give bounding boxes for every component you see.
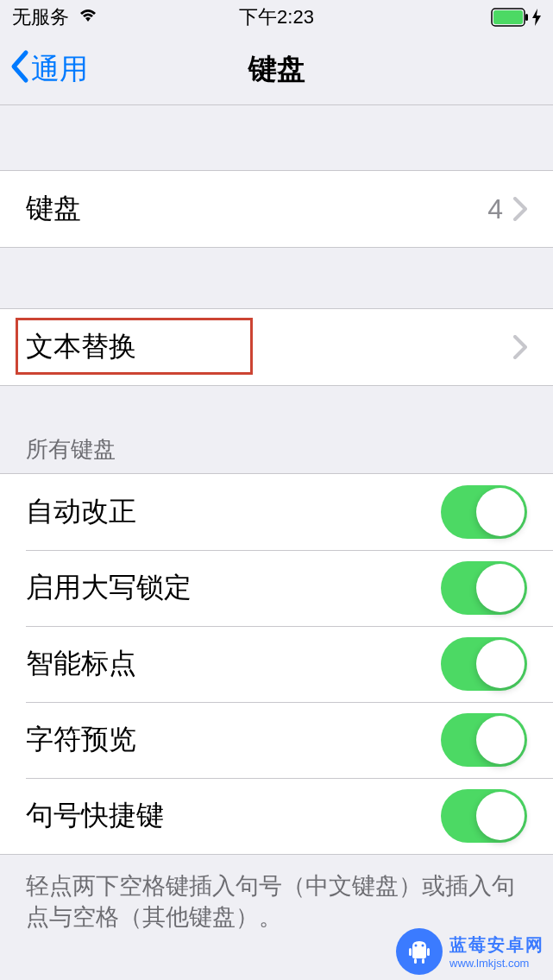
svg-rect-1 (493, 10, 523, 24)
svg-point-3 (415, 945, 418, 947)
cell-label: 智能标点 (26, 645, 441, 683)
toggle-switch[interactable] (441, 789, 527, 843)
section-header-all-keyboards: 所有键盘 (0, 386, 553, 473)
toggles-group: 自动改正 启用大写锁定 智能标点 字符预览 句号快捷键 (0, 473, 553, 855)
toggle-switch[interactable] (441, 485, 527, 539)
svg-rect-5 (409, 948, 412, 956)
toggle-knob (476, 488, 525, 536)
toggle-caps-lock: 启用大写锁定 (0, 550, 553, 626)
svg-point-4 (422, 945, 424, 947)
chevron-left-icon (9, 49, 31, 91)
section-gap (0, 105, 553, 170)
carrier-text: 无服务 (12, 4, 69, 30)
watermark-title: 蓝莓安卓网 (449, 933, 544, 957)
svg-rect-8 (422, 958, 424, 964)
cell-label: 自动改正 (26, 493, 441, 531)
toggle-auto-correct: 自动改正 (0, 474, 553, 550)
status-left: 无服务 (12, 4, 98, 30)
status-bar: 无服务 下午2:23 (0, 0, 553, 35)
cell-label: 句号快捷键 (26, 797, 441, 835)
toggle-knob (476, 564, 525, 612)
toggle-knob (476, 792, 525, 840)
chevron-right-icon (513, 197, 527, 221)
toggle-switch[interactable] (441, 637, 527, 691)
cell-label: 字符预览 (26, 721, 441, 759)
watermark-url: www.lmkjst.com (449, 957, 529, 970)
back-label: 通用 (31, 50, 88, 89)
back-button[interactable]: 通用 (0, 49, 88, 91)
keyboards-group: 键盘 4 (0, 170, 553, 248)
toggle-switch[interactable] (441, 713, 527, 767)
status-right (491, 8, 541, 27)
cell-label: 启用大写锁定 (26, 569, 441, 607)
section-gap (0, 248, 553, 308)
toggle-knob (476, 640, 525, 688)
battery-icon (491, 8, 541, 27)
cell-label: 键盘 (26, 190, 487, 228)
watermark-logo-icon (396, 928, 443, 975)
svg-rect-7 (414, 958, 417, 964)
toggle-knob (476, 716, 525, 764)
svg-rect-6 (427, 948, 430, 956)
cell-label: 文本替换 (26, 328, 513, 366)
toggle-smart-punctuation: 智能标点 (0, 626, 553, 702)
chevron-right-icon (513, 335, 527, 359)
wifi-icon (78, 6, 98, 28)
watermark-text: 蓝莓安卓网 www.lmkjst.com (449, 933, 544, 970)
nav-title: 键盘 (248, 50, 305, 89)
status-time: 下午2:23 (239, 4, 314, 30)
watermark: 蓝莓安卓网 www.lmkjst.com (396, 928, 544, 975)
text-replace-group: 文本替换 (0, 308, 553, 386)
svg-rect-2 (525, 14, 528, 21)
nav-bar: 通用 键盘 (0, 35, 553, 105)
toggle-period-shortcut: 句号快捷键 (0, 778, 553, 854)
cell-value: 4 (487, 193, 503, 225)
toggle-switch[interactable] (441, 561, 527, 615)
toggle-char-preview: 字符预览 (0, 702, 553, 778)
keyboards-cell[interactable]: 键盘 4 (0, 171, 553, 247)
text-replace-cell[interactable]: 文本替换 (0, 309, 553, 385)
